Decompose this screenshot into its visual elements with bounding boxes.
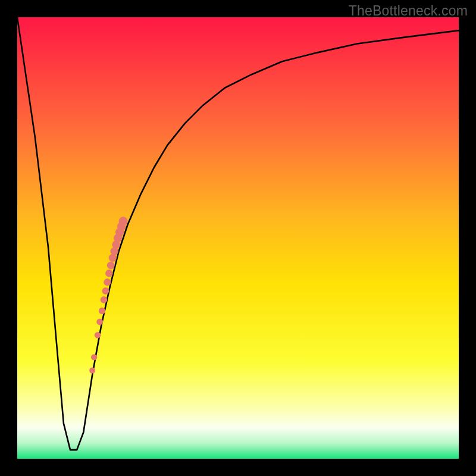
marker-point [96,319,103,325]
gradient-background [17,17,459,459]
marker-point [105,270,113,277]
chart-svg [17,17,459,459]
marker-point [99,308,105,314]
marker-point [89,368,95,374]
marker-point [104,278,111,286]
marker-point [107,262,115,270]
marker-point [91,354,97,360]
chart-frame: TheBottleneck.com [0,0,476,476]
marker-point [119,217,128,226]
marker-point [101,296,108,303]
watermark-text: TheBottleneck.com [349,3,468,19]
marker-point [95,332,101,339]
marker-point [109,254,117,262]
bottleneck-chart [17,17,459,459]
marker-point [102,287,109,295]
